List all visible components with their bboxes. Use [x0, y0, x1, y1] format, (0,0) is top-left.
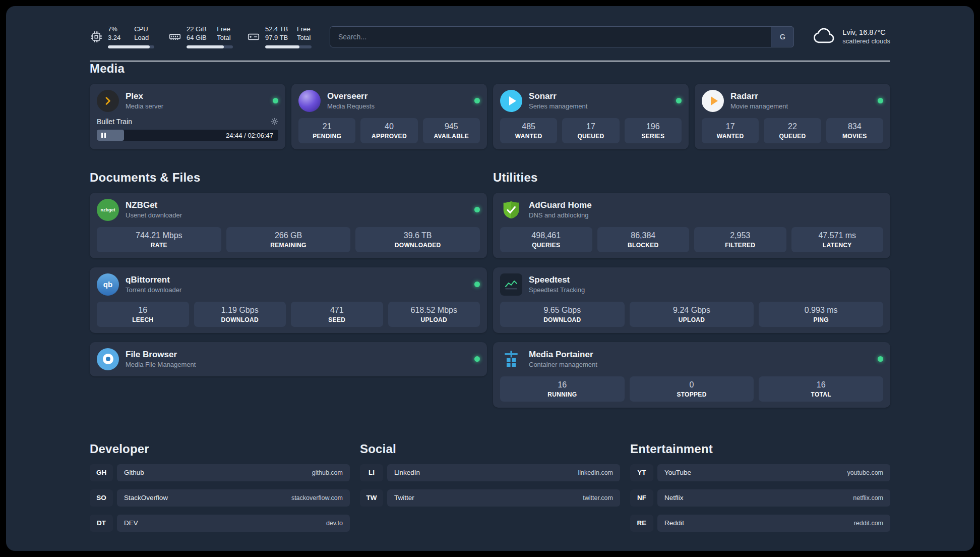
service-name: qBittorrent — [126, 275, 181, 285]
cpu-value: 7% — [108, 25, 126, 33]
service-description: Series management — [529, 102, 587, 110]
radarr-card[interactable]: Radarr Movie management 17WANTED 22QUEUE… — [695, 84, 890, 149]
status-dot — [676, 98, 682, 103]
cpu-widget: 7% CPU 3.24 Load — [90, 25, 154, 48]
media-section-title: Media — [90, 62, 890, 76]
qbittorrent-icon: qb — [97, 273, 119, 296]
bookmark-name: LinkedIn — [394, 469, 420, 476]
overseerr-card[interactable]: Overseerr Media Requests 21PENDING 40APP… — [291, 84, 487, 149]
nzbget-icon: nzbget — [97, 199, 119, 221]
playback-progress-bar: 24:44 / 02:06:47 — [97, 130, 278, 141]
status-dot — [273, 98, 278, 103]
service-name: File Browser — [126, 350, 196, 360]
bookmark-name: Twitter — [394, 494, 414, 502]
service-description: Speedtest Tracking — [529, 286, 585, 294]
service-description: Movie management — [730, 102, 788, 110]
disk-free-label: Free — [297, 25, 312, 33]
memory-usage-bar — [187, 45, 233, 48]
bookmark-abbr: LI — [360, 464, 383, 481]
bookmark-name: YouTube — [664, 469, 691, 476]
memory-free-label: Free — [217, 25, 233, 33]
stat-rate: 744.21 MbpsRATE — [97, 227, 221, 252]
stat-download: 1.19 GbpsDOWNLOAD — [194, 302, 286, 327]
gear-icon[interactable] — [271, 118, 278, 125]
disk-total-value: 97.9 TB — [265, 34, 289, 42]
bookmark-abbr: SO — [90, 489, 113, 507]
dashboard-canvas: 7% CPU 3.24 Load — [6, 6, 974, 551]
radarr-icon — [702, 90, 724, 112]
bookmark-domain: twitter.com — [583, 494, 613, 502]
stat-wanted: 485WANTED — [500, 118, 557, 143]
stat-series: 196SERIES — [625, 118, 682, 143]
disk-widget: 52.4 TB Free 97.9 TB Total — [247, 25, 312, 48]
stat-download: 9.65 GbpsDOWNLOAD — [500, 302, 625, 327]
topbar: 7% CPU 3.24 Load — [90, 25, 890, 48]
status-dot — [878, 98, 883, 103]
speedtest-icon — [500, 273, 522, 296]
bookmark-domain: dev.to — [326, 520, 343, 527]
adguard-card[interactable]: AdGuard Home DNS and adblocking 498,461Q… — [493, 193, 890, 258]
cpu-usage-bar — [108, 45, 154, 48]
stat-pending: 21PENDING — [298, 118, 355, 143]
bookmark-abbr: YT — [630, 464, 653, 481]
filebrowser-card[interactable]: File Browser Media File Management — [90, 342, 487, 376]
bookmark-netflix[interactable]: NF Netflix netflix.com — [630, 489, 890, 507]
bookmarks-developer: Developer GH Github github.com SO StackO… — [90, 442, 350, 532]
weather-widget: Lviv, 16.87°C scattered clouds — [812, 26, 890, 47]
plex-icon — [97, 90, 119, 112]
service-name: Overseerr — [327, 91, 375, 101]
bookmark-stackoverflow[interactable]: SO StackOverflow stackoverflow.com — [90, 489, 350, 507]
bookmark-dev[interactable]: DT DEV dev.to — [90, 515, 350, 532]
sonarr-card[interactable]: Sonarr Series management 485WANTED 17QUE… — [493, 84, 689, 149]
service-description: Container management — [529, 361, 597, 368]
bookmark-abbr: GH — [90, 464, 113, 481]
bookmark-github[interactable]: GH Github github.com — [90, 464, 350, 481]
bookmark-abbr: NF — [630, 489, 653, 507]
now-playing-title: Bullet Train — [97, 118, 132, 126]
speedtest-card[interactable]: Speedtest Speedtest Tracking 9.65 GbpsDO… — [493, 267, 890, 333]
social-section-title: Social — [360, 442, 620, 456]
memory-icon — [168, 30, 181, 43]
nzbget-card[interactable]: nzbget NZBGet Usenet downloader 744.21 M… — [90, 193, 487, 258]
bookmark-abbr: DT — [90, 515, 113, 532]
stat-wanted: 17WANTED — [702, 118, 759, 143]
portainer-card[interactable]: Media Portainer Container management 16R… — [493, 342, 890, 408]
service-description: Media Requests — [327, 102, 375, 110]
documents-section-title: Documents & Files — [90, 171, 487, 185]
disk-icon — [247, 30, 260, 43]
bookmark-domain: netflix.com — [853, 494, 883, 502]
bookmark-name: Github — [124, 469, 144, 476]
documents-section: Documents & Files nzbget NZBGet Usenet d… — [90, 171, 487, 376]
status-dot — [474, 98, 480, 103]
stat-running: 16RUNNING — [500, 376, 625, 402]
status-dot — [474, 207, 480, 212]
qbittorrent-card[interactable]: qb qBittorrent Torrent downloader 16LEEC… — [90, 267, 487, 333]
search-provider-button[interactable]: G — [771, 26, 794, 47]
disk-total-label: Total — [297, 34, 312, 42]
service-description: Torrent downloader — [126, 286, 181, 294]
filebrowser-icon — [97, 348, 119, 370]
search-input[interactable] — [330, 26, 794, 47]
bookmark-twitter[interactable]: TW Twitter twitter.com — [360, 489, 620, 507]
cloud-icon — [812, 26, 836, 47]
utilities-section-title: Utilities — [493, 171, 890, 185]
bookmarks-social: Social LI LinkedIn linkedin.com TW Twitt… — [360, 442, 620, 507]
bookmark-name: Reddit — [664, 519, 684, 527]
media-section: Plex Media server Bullet Train — [90, 84, 890, 149]
bookmark-reddit[interactable]: RE Reddit reddit.com — [630, 515, 890, 532]
pause-icon — [101, 130, 106, 141]
portainer-icon — [500, 348, 522, 370]
cpu-load-value: 3.24 — [108, 34, 126, 42]
stat-queries: 498,461QUERIES — [500, 227, 592, 252]
stat-approved: 40APPROVED — [360, 118, 417, 143]
plex-card[interactable]: Plex Media server Bullet Train — [90, 84, 285, 149]
bookmark-youtube[interactable]: YT YouTube youtube.com — [630, 464, 890, 481]
utilities-section: Utilities AdGu — [493, 171, 890, 408]
bookmark-linkedin[interactable]: LI LinkedIn linkedin.com — [360, 464, 620, 481]
system-metrics: 7% CPU 3.24 Load — [90, 25, 312, 48]
adguard-icon — [500, 199, 522, 221]
stat-latency: 47.571 msLATENCY — [791, 227, 884, 252]
service-description: Media server — [126, 102, 163, 110]
service-name: Radarr — [730, 91, 788, 101]
stat-downloaded: 39.6 TBDOWNLOADED — [355, 227, 480, 252]
